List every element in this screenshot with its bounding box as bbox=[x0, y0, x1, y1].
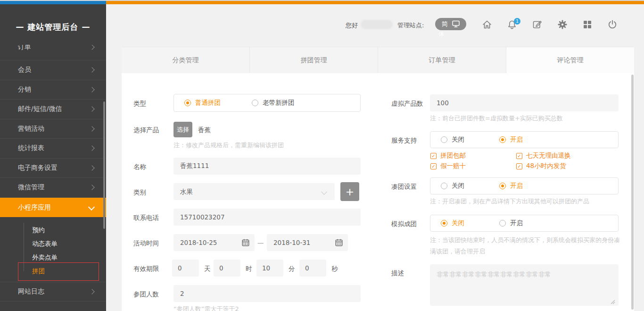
add-category-button[interactable]: + bbox=[340, 182, 359, 201]
sidebar-item-statistics[interactable]: 统计报表 bbox=[0, 139, 106, 159]
service-label: 服务支持 bbox=[391, 136, 417, 145]
virtual-count-note: 注：前台已拼团件数=虚拟数量+实际已购买总数 bbox=[430, 114, 563, 123]
unit-hours: 时 bbox=[246, 265, 252, 273]
chevron-right-icon bbox=[89, 289, 94, 294]
duration-hours-input[interactable] bbox=[214, 260, 240, 277]
radio-label: 开启 bbox=[510, 135, 523, 144]
content-scrollbar[interactable] bbox=[631, 75, 634, 310]
selected-product-value: 香蕉 bbox=[198, 126, 211, 134]
radio-simulate-on[interactable] bbox=[499, 220, 506, 227]
tab-group-management[interactable]: 拼团管理 bbox=[249, 47, 378, 73]
tab-label: 订单管理 bbox=[429, 56, 455, 65]
radio-old-new-group[interactable] bbox=[252, 100, 258, 106]
service-checkbox-row: ✓ 假一赔十 bbox=[430, 162, 466, 170]
radio-service-on[interactable] bbox=[499, 136, 506, 143]
people-input[interactable] bbox=[173, 285, 361, 302]
chevron-down-icon bbox=[321, 189, 327, 195]
sidebar-item-mini-program-apps[interactable]: 小程序应用 bbox=[0, 198, 106, 217]
chevron-down-icon bbox=[88, 204, 95, 210]
tab-order-management[interactable]: 订单管理 bbox=[378, 47, 506, 73]
sidebar-item-marketing[interactable]: 营销活动 bbox=[0, 119, 106, 139]
power-icon[interactable] bbox=[607, 19, 618, 30]
tab-comment-management[interactable]: 评论管理 bbox=[506, 47, 634, 73]
sidebar-item-label: 微信管理 bbox=[18, 183, 44, 192]
site-label: 管理站点: bbox=[397, 21, 424, 30]
radio-simulate-off[interactable] bbox=[441, 220, 447, 227]
sidebar-subitem-reservation[interactable]: 预约 bbox=[0, 223, 106, 237]
language-overflow-char: 体 bbox=[438, 30, 444, 38]
type-label: 类型 bbox=[133, 100, 146, 108]
people-label: 参团人数 bbox=[133, 290, 159, 299]
unit-minutes: 分 bbox=[289, 265, 295, 273]
language-site-toggle[interactable]: 简 bbox=[435, 18, 466, 30]
radio-label: 关闭 bbox=[452, 182, 464, 190]
radio-gather-on[interactable] bbox=[499, 183, 506, 189]
chevron-right-icon bbox=[89, 146, 94, 151]
start-date-input[interactable]: 2018-10-25 bbox=[173, 234, 255, 251]
chevron-right-icon bbox=[89, 107, 94, 112]
sidebar-subitem-label: 动态表单 bbox=[32, 240, 58, 248]
sidebar-item-label: 邮件/短信/微信 bbox=[18, 105, 62, 113]
checkbox-7day-return[interactable]: ✓ bbox=[516, 153, 522, 159]
phone-label: 联系电话 bbox=[133, 214, 159, 222]
chevron-right-icon bbox=[89, 165, 94, 170]
radio-normal-group[interactable] bbox=[184, 100, 191, 106]
sidebar-item-label: 电子商务设置 bbox=[18, 164, 58, 172]
radio-label: 开启 bbox=[510, 182, 523, 190]
gather-option-box: 关闭 开启 bbox=[430, 177, 619, 194]
sidebar-subitem-label: 外卖点单 bbox=[32, 253, 58, 262]
phone-input[interactable] bbox=[173, 209, 361, 226]
apps-grid-icon[interactable] bbox=[582, 19, 593, 30]
checkbox-48h-shipping[interactable]: ✓ bbox=[516, 163, 522, 169]
radio-label: 开启 bbox=[510, 219, 523, 227]
sidebar-item-members[interactable]: 会员 bbox=[0, 60, 106, 80]
check-icon: ✓ bbox=[431, 164, 435, 169]
name-input[interactable] bbox=[173, 158, 361, 175]
radio-service-off[interactable] bbox=[441, 136, 447, 143]
compose-icon[interactable] bbox=[532, 19, 543, 30]
gather-note: 注：开启凑团，则在产品详情下方出现其他可以拼团的产品 bbox=[430, 197, 623, 206]
resize-handle-icon[interactable] bbox=[610, 299, 616, 305]
sidebar-item-orders[interactable]: 订单 bbox=[0, 45, 106, 60]
duration-minutes-input[interactable] bbox=[256, 260, 283, 277]
duration-label: 有效期限 bbox=[133, 265, 159, 273]
time-label: 活动时间 bbox=[133, 239, 159, 248]
calendar-icon bbox=[335, 238, 343, 247]
virtual-count-label: 虚拟产品数 bbox=[391, 100, 423, 108]
chevron-right-icon bbox=[89, 126, 94, 131]
tab-category-management[interactable]: 分类管理 bbox=[122, 47, 249, 73]
name-label: 名称 bbox=[133, 163, 146, 171]
gear-icon[interactable] bbox=[557, 19, 568, 30]
desc-textarea[interactable]: 非常非常非常非常非常非常非常非常非常 bbox=[430, 264, 619, 306]
category-select[interactable]: 水果 bbox=[173, 183, 335, 200]
category-value: 水果 bbox=[180, 188, 193, 196]
duration-seconds-input[interactable] bbox=[299, 260, 326, 277]
sidebar-item-site-logs[interactable]: 网站日志 bbox=[0, 282, 106, 302]
highlight-annotation-box bbox=[18, 262, 99, 281]
radio-gather-off[interactable] bbox=[441, 183, 447, 189]
checkbox-label: 假一赔十 bbox=[440, 162, 466, 170]
home-icon[interactable] bbox=[481, 19, 493, 30]
virtual-count-input[interactable] bbox=[430, 94, 619, 111]
check-icon: ✓ bbox=[431, 153, 435, 159]
sidebar-scrollbar[interactable] bbox=[103, 101, 105, 229]
tab-bar: 分类管理 拼团管理 订单管理 评论管理 bbox=[122, 47, 634, 73]
radio-label: 老带新拼团 bbox=[263, 99, 295, 107]
sidebar-item-wechat-management[interactable]: 微信管理 bbox=[0, 178, 106, 198]
checkbox-free-shipping[interactable]: ✓ bbox=[430, 153, 437, 159]
sidebar-item-distribution[interactable]: 分销 bbox=[0, 80, 106, 100]
sidebar-item-mail-sms-wechat[interactable]: 邮件/短信/微信 bbox=[0, 100, 106, 119]
sidebar-subitem-dynamic-forms[interactable]: 动态表单 bbox=[0, 237, 106, 251]
duration-days-input[interactable] bbox=[172, 260, 199, 277]
checkbox-label: 48小时内发货 bbox=[526, 162, 566, 170]
sidebar-item-label: 营销活动 bbox=[18, 125, 44, 133]
sidebar-item-ecommerce-settings[interactable]: 电子商务设置 bbox=[0, 159, 106, 178]
end-date-value: 2018-10-31 bbox=[273, 239, 310, 246]
product-label: 选择产品 bbox=[133, 126, 159, 134]
checkbox-fake-one-pay-ten[interactable]: ✓ bbox=[430, 163, 437, 169]
select-product-button[interactable]: 选择 bbox=[173, 122, 192, 137]
desc-label: 描述 bbox=[391, 269, 404, 277]
end-date-input[interactable]: 2018-10-31 bbox=[267, 234, 348, 251]
tab-label: 分类管理 bbox=[173, 56, 199, 65]
sidebar-item-label: 分销 bbox=[18, 85, 31, 94]
